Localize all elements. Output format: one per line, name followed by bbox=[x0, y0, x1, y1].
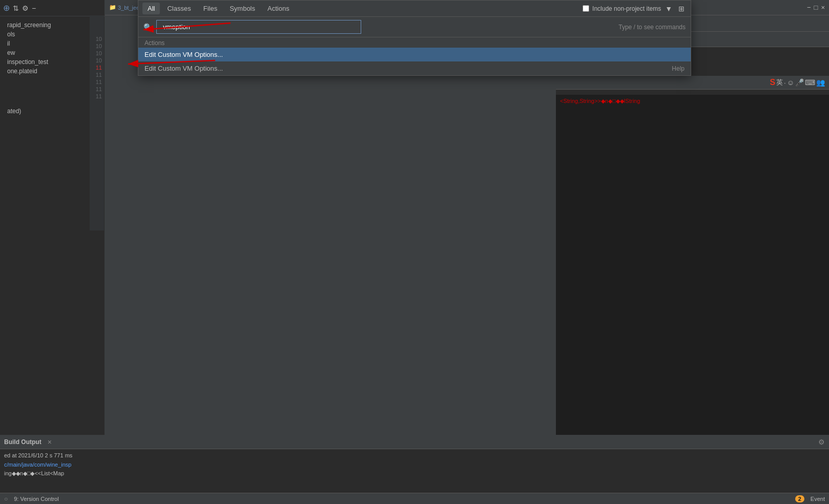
include-non-project-checkbox[interactable] bbox=[583, 5, 589, 12]
filter-icon[interactable]: ▼ bbox=[663, 5, 674, 13]
results-category-label: Actions bbox=[138, 37, 691, 48]
results-section: Actions Edit Custom VM Options... Edit C… bbox=[138, 37, 691, 75]
search-input[interactable] bbox=[160, 22, 358, 32]
result-item-hint: Help bbox=[672, 65, 685, 72]
tab-classes[interactable]: Classes bbox=[162, 3, 196, 14]
tab-all[interactable]: All bbox=[142, 3, 160, 14]
include-non-project-label: Include non-project items bbox=[592, 5, 661, 12]
search-overlay: All Classes Files Symbols Actions Includ… bbox=[0, 0, 829, 504]
search-tab-bar: All Classes Files Symbols Actions Includ… bbox=[138, 1, 691, 17]
tab-symbols[interactable]: Symbols bbox=[224, 3, 260, 14]
search-panel: All Classes Files Symbols Actions Includ… bbox=[138, 0, 691, 76]
search-icon: 🔍 bbox=[143, 23, 152, 31]
view-mode-icon[interactable]: ⊞ bbox=[676, 5, 687, 13]
search-hint: Type / to see commands bbox=[618, 24, 686, 31]
search-input-row: 🔍 Type / to see commands bbox=[138, 17, 691, 37]
search-input-wrapper bbox=[156, 20, 361, 34]
tab-files[interactable]: Files bbox=[198, 3, 222, 14]
tab-actions[interactable]: Actions bbox=[262, 3, 295, 14]
result-item-label: Edit Custom VM Options... bbox=[144, 65, 672, 72]
include-non-project-checkbox-group: Include non-project items bbox=[583, 5, 661, 12]
result-item-edit-vm-2[interactable]: Edit Custom VM Options... Help bbox=[138, 61, 691, 75]
result-item-label: Edit Custom VM Options... bbox=[144, 51, 685, 58]
result-item-edit-vm-1[interactable]: Edit Custom VM Options... bbox=[138, 48, 691, 61]
